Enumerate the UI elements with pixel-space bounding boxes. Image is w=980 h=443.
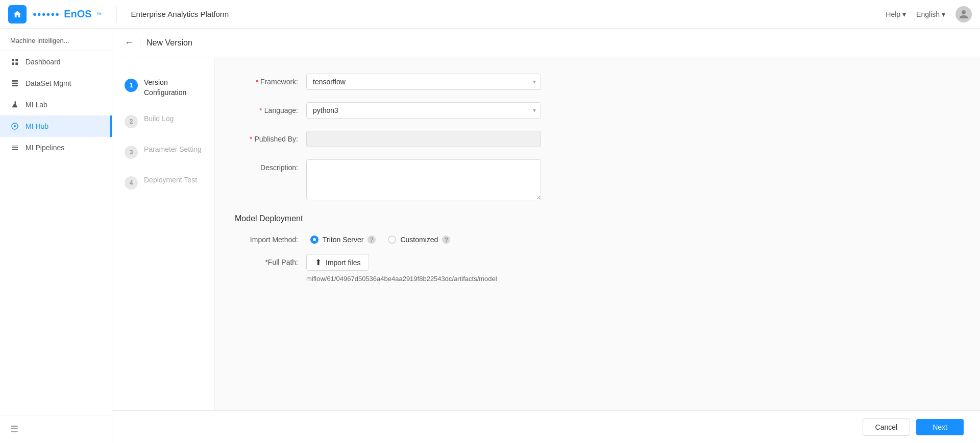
sidebar-item-mi-pipelines[interactable]: MI Pipelines <box>0 137 112 158</box>
chevron-down-icon: ▾ <box>942 10 945 18</box>
sidebar-collapse-icon[interactable]: ☰ <box>10 424 18 434</box>
framework-row: *Framework: tensorflow pytorch sklearn x… <box>235 74 960 90</box>
app-title: Enterprise Analytics Platform <box>131 10 229 18</box>
form-panel: *Framework: tensorflow pytorch sklearn x… <box>214 57 980 410</box>
lab-icon <box>10 100 19 109</box>
svg-rect-4 <box>12 80 18 82</box>
model-deployment-title: Model Deployment <box>235 214 960 223</box>
sidebar-bottom: ☰ <box>0 415 112 443</box>
language-selector[interactable]: English ▾ <box>916 10 945 18</box>
framework-control: tensorflow pytorch sklearn xgboost ▾ <box>306 74 541 90</box>
step-1-circle: 1 <box>125 79 138 92</box>
sidebar-item-label: Dashboard <box>26 58 61 66</box>
radio-options: Triton Server ? Customized ? <box>310 236 450 244</box>
sidebar-item-label: MI Pipelines <box>26 144 64 152</box>
pipelines-icon <box>10 143 19 152</box>
language-select[interactable]: python3 python2 java scala <box>306 102 541 119</box>
logo-trademark: ™ <box>96 11 102 17</box>
published-by-row: *Published By: <box>235 131 960 147</box>
published-by-input[interactable] <box>306 131 541 147</box>
hub-icon <box>10 122 19 131</box>
wizard-step-2: 2 Build Log <box>125 114 202 128</box>
language-select-wrapper: python3 python2 java scala ▾ <box>306 102 541 119</box>
page-title: New Version <box>146 38 192 48</box>
customized-option[interactable]: Customized ? <box>388 236 450 244</box>
sidebar-module-title: Machine Intelligen... <box>0 29 112 51</box>
svg-rect-2 <box>12 62 14 65</box>
published-by-control <box>306 131 541 147</box>
user-avatar[interactable] <box>955 6 972 22</box>
import-files-button[interactable]: ⬆ Import files <box>306 254 369 271</box>
sidebar-item-mi-hub[interactable]: MI Hub <box>0 115 112 137</box>
step-3-label: Parameter Setting <box>144 145 202 155</box>
framework-label: *Framework: <box>235 74 306 86</box>
step-4-circle: 4 <box>125 176 138 190</box>
description-textarea[interactable] <box>306 159 541 200</box>
brand-logo: ●●●●●● EnOS ™ <box>33 8 102 20</box>
sub-header: ← New Version <box>112 29 980 57</box>
language-control: python3 python2 java scala ▾ <box>306 102 541 119</box>
header-divider <box>116 7 117 22</box>
language-row: *Language: python3 python2 java scala ▾ <box>235 102 960 119</box>
sidebar-item-dashboard[interactable]: Dashboard <box>0 51 112 73</box>
step-4-label: Deployment Test <box>144 175 197 185</box>
customized-label: Customized <box>400 236 438 244</box>
wizard-step-1: 1 Version Configuration <box>125 78 202 98</box>
svg-point-7 <box>14 125 16 127</box>
triton-server-help-icon[interactable]: ? <box>368 236 376 244</box>
back-button[interactable]: ← <box>125 37 134 48</box>
chevron-down-icon: ▾ <box>902 10 906 18</box>
svg-rect-5 <box>12 83 18 84</box>
upload-icon: ⬆ <box>315 258 322 267</box>
dataset-icon <box>10 79 19 88</box>
framework-select[interactable]: tensorflow pytorch sklearn xgboost <box>306 74 541 90</box>
home-button[interactable] <box>8 5 27 24</box>
sidebar-item-label: MI Hub <box>26 122 48 130</box>
description-label: Description: <box>235 159 306 172</box>
full-path-label: *Full Path: <box>235 254 306 266</box>
triton-server-radio[interactable] <box>310 236 318 244</box>
svg-rect-0 <box>12 59 14 61</box>
customized-radio[interactable] <box>388 236 396 244</box>
step-1-label: Version Configuration <box>144 78 202 98</box>
dashboard-icon <box>10 57 19 66</box>
published-by-label: *Published By: <box>235 131 306 143</box>
full-path-row: *Full Path: ⬆ Import files <box>235 254 960 271</box>
help-button[interactable]: Help ▾ <box>886 10 906 18</box>
import-method-row: Import Method: Triton Server ? Customize… <box>235 236 960 244</box>
sidebar-item-mi-lab[interactable]: MI Lab <box>0 94 112 115</box>
logo-area: ●●●●●● EnOS ™ Enterprise Analytics Platf… <box>8 5 229 24</box>
sidebar: Machine Intelligen... Dashboard DataSet … <box>0 29 112 443</box>
triton-server-option[interactable]: Triton Server ? <box>310 236 376 244</box>
framework-select-wrapper: tensorflow pytorch sklearn xgboost ▾ <box>306 74 541 90</box>
description-control <box>306 159 541 202</box>
main-layout: Machine Intelligen... Dashboard DataSet … <box>0 29 980 443</box>
import-method-label: Import Method: <box>235 236 306 244</box>
sidebar-item-label: MI Lab <box>26 101 47 109</box>
description-row: Description: <box>235 159 960 202</box>
wizard-content: 1 Version Configuration 2 Build Log 3 Pa… <box>112 57 980 410</box>
wizard-step-4: 4 Deployment Test <box>125 175 202 190</box>
svg-rect-3 <box>15 62 18 65</box>
step-3-circle: 3 <box>125 146 138 159</box>
logo-dots-icon: ●●●●●● <box>33 10 60 18</box>
content-area: ← New Version 1 Version Configuration 2 <box>112 29 980 443</box>
svg-rect-1 <box>15 59 18 61</box>
next-button[interactable]: Next <box>916 419 964 435</box>
cancel-button[interactable]: Cancel <box>863 418 911 436</box>
triton-server-label: Triton Server <box>323 236 363 244</box>
svg-rect-6 <box>12 85 18 86</box>
language-label: *Language: <box>235 102 306 114</box>
sub-header-divider <box>140 38 140 48</box>
customized-help-icon[interactable]: ? <box>442 236 450 244</box>
sidebar-item-dataset-mgmt[interactable]: DataSet Mgmt <box>0 73 112 94</box>
wizard-steps: 1 Version Configuration 2 Build Log 3 Pa… <box>112 57 214 410</box>
step-2-circle: 2 <box>125 115 138 128</box>
logo-text: EnOS <box>64 8 91 20</box>
file-path-text: mlflow/61/04967d50536a4be4aa2919f8b22543… <box>306 275 960 283</box>
top-header: ●●●●●● EnOS ™ Enterprise Analytics Platf… <box>0 0 980 29</box>
step-2-label: Build Log <box>144 114 174 124</box>
footer-bar: Cancel Next <box>112 410 980 443</box>
sidebar-item-label: DataSet Mgmt <box>26 79 71 87</box>
header-right: Help ▾ English ▾ <box>886 6 972 22</box>
